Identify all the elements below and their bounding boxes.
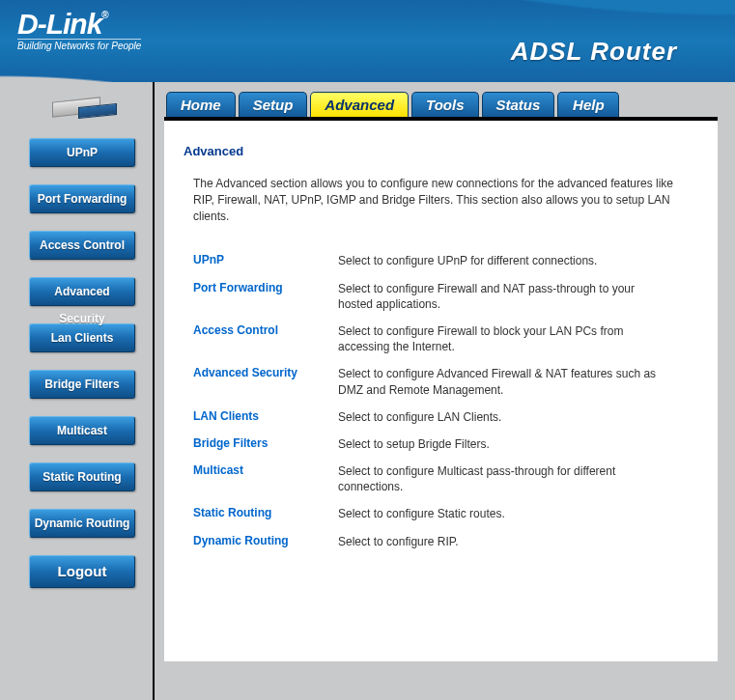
registered-icon: ® (101, 10, 107, 20)
feature-row: Access Control Select to configure Firew… (193, 323, 691, 354)
feature-row: Port Forwarding Select to configure Fire… (193, 281, 691, 312)
logout-button[interactable]: Logout (29, 555, 135, 588)
feature-name-port-forwarding[interactable]: Port Forwarding (193, 281, 338, 294)
sidebar-item-port-forwarding[interactable]: Port Forwarding (29, 184, 135, 213)
feature-name-multicast[interactable]: Multicast (193, 463, 338, 477)
feature-name-static-routing[interactable]: Static Routing (193, 506, 338, 519)
feature-desc: Select to setup Brigde Filters. (338, 436, 490, 452)
sidebar-item-access-control[interactable]: Access Control (29, 231, 135, 260)
sidebar-item-multicast[interactable]: Multicast (29, 416, 135, 445)
feature-desc: Select to configure Advanced Firewall & … (338, 366, 666, 397)
sidebar-item-dynamic-routing[interactable]: Dynamic Routing (29, 509, 135, 538)
feature-desc: Select to configure RIP. (338, 534, 459, 549)
feature-name-bridge-filters[interactable]: Bridge Filters (193, 436, 338, 450)
brand-logo: D-Link® Building Networks for People (17, 8, 141, 51)
tab-setup[interactable]: Setup (239, 92, 308, 117)
tab-tools[interactable]: Tools (411, 92, 478, 117)
sidebar-item-lan-clients[interactable]: Lan Clients (29, 323, 135, 352)
feature-row: Bridge Filters Select to setup Brigde Fi… (193, 436, 691, 452)
sidebar: UPnP Port Forwarding Access Control Adva… (0, 82, 164, 700)
product-title: ADSL Router (511, 37, 677, 67)
brand-name: D-Link (17, 8, 101, 40)
feature-row: Static Routing Select to configure Stati… (193, 506, 691, 521)
brand-tagline: Building Networks for People (17, 39, 141, 51)
tab-home[interactable]: Home (166, 92, 236, 117)
feature-name-access-control[interactable]: Access Control (193, 323, 338, 337)
tab-help[interactable]: Help (557, 92, 619, 117)
page-intro: The Advanced section allows you to confi… (193, 176, 676, 224)
router-icon (49, 94, 115, 121)
feature-row: LAN Clients Select to configure LAN Clie… (193, 409, 691, 425)
feature-desc: Select to configure UPnP for different c… (338, 253, 597, 268)
feature-name-lan-clients[interactable]: LAN Clients (193, 409, 338, 423)
tab-bar: Home Setup Advanced Tools Status Help (164, 82, 718, 121)
feature-desc: Select to configure LAN Clients. (338, 409, 501, 425)
sidebar-item-static-routing[interactable]: Static Routing (29, 462, 135, 491)
feature-name-advanced-security[interactable]: Advanced Security (193, 366, 338, 379)
feature-row: UPnP Select to configure UPnP for differ… (193, 253, 691, 268)
feature-name-dynamic-routing[interactable]: Dynamic Routing (193, 534, 338, 547)
feature-row: Multicast Select to configure Multicast … (193, 463, 691, 494)
sidebar-item-advanced-security[interactable]: Advanced Security (29, 277, 135, 306)
feature-name-upnp[interactable]: UPnP (193, 253, 338, 266)
feature-desc: Select to configure Firewall and NAT pas… (338, 281, 666, 312)
feature-desc: Select to configure Static routes. (338, 506, 505, 521)
header-banner: D-Link® Building Networks for People ADS… (0, 0, 735, 82)
feature-desc: Select to configure Multicast pass-throu… (338, 463, 666, 494)
tab-advanced[interactable]: Advanced (310, 92, 409, 117)
vertical-divider (153, 82, 155, 700)
content-panel: Advanced The Advanced section allows you… (164, 121, 718, 661)
sidebar-item-bridge-filters[interactable]: Bridge Filters (29, 370, 135, 399)
page-heading: Advanced (184, 144, 691, 158)
feature-row: Dynamic Routing Select to configure RIP. (193, 534, 691, 549)
sidebar-item-upnp[interactable]: UPnP (29, 138, 135, 167)
feature-desc: Select to configure Firewall to block yo… (338, 323, 666, 354)
tab-status[interactable]: Status (482, 92, 555, 117)
feature-row: Advanced Security Select to configure Ad… (193, 366, 691, 397)
main-content: Home Setup Advanced Tools Status Help Ad… (164, 82, 735, 700)
